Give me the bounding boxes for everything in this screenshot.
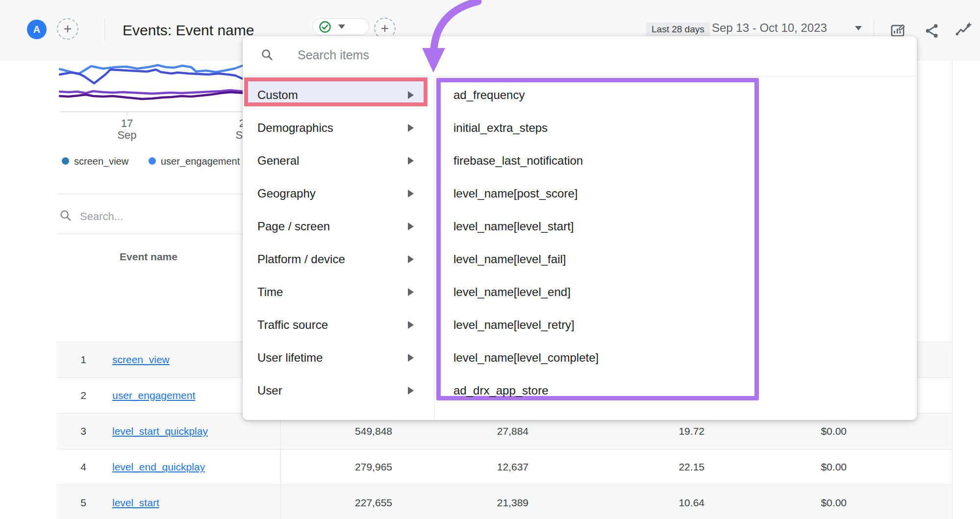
chevron-right-icon xyxy=(408,91,414,99)
green-check-circle-icon xyxy=(319,21,331,33)
legend-dot-user-engagement xyxy=(149,157,156,165)
row-index: 1 xyxy=(56,342,86,377)
custom-item[interactable]: level_name[post_score] xyxy=(453,177,650,210)
divider xyxy=(56,194,243,194)
event-link[interactable]: level_start_quickplay xyxy=(112,425,208,437)
category-label: Traffic source xyxy=(257,308,328,341)
chevron-right-icon xyxy=(408,387,414,395)
category-time[interactable]: Time xyxy=(243,275,434,308)
metric-count-per-user: 10.64 xyxy=(678,485,704,519)
column-header-event-name[interactable]: Event name xyxy=(87,251,210,263)
chevron-right-icon xyxy=(408,124,414,132)
row-index: 4 xyxy=(56,449,86,485)
chevron-right-icon xyxy=(408,321,414,329)
custom-item[interactable]: ad_frequency xyxy=(453,78,650,111)
metric-total-users: 21,389 xyxy=(497,485,528,519)
x-axis-tick-day: 17 xyxy=(112,118,142,129)
table-search-input[interactable]: Search... xyxy=(80,210,123,223)
category-platform-device[interactable]: Platform / device xyxy=(243,243,434,275)
ga4-events-report: A + Events: Event name + Last 28 days Se… xyxy=(0,0,980,519)
category-geography[interactable]: Geography xyxy=(243,177,434,210)
divider xyxy=(56,234,243,234)
category-traffic-source[interactable]: Traffic source xyxy=(243,308,434,341)
metric-event-count: 227,655 xyxy=(355,485,392,519)
table-row: 4 level_end_quickplay 279,965 12,637 22.… xyxy=(56,449,952,485)
chevron-down-icon[interactable] xyxy=(855,26,862,30)
custom-item[interactable]: level_name[level_complete] xyxy=(453,341,650,374)
metric-revenue: $0.00 xyxy=(821,449,847,485)
legend-label[interactable]: screen_view xyxy=(74,156,128,167)
category-label: Geography xyxy=(257,177,316,210)
category-user[interactable]: User xyxy=(243,374,434,407)
column-divider xyxy=(434,76,435,420)
add-comparison-button[interactable]: + xyxy=(57,18,78,40)
page-title: Events: Event name xyxy=(123,22,254,39)
custom-item[interactable]: level_name[level_fail] xyxy=(453,243,650,275)
custom-item[interactable]: ad_drx_app_store xyxy=(453,374,650,407)
dimension-picker-panel: Search items Custom Demographics General… xyxy=(243,36,917,420)
date-range-badge: Last 28 days xyxy=(646,23,710,36)
metric-revenue: $0.00 xyxy=(821,485,847,519)
category-label: Demographics xyxy=(257,111,333,144)
x-axis-tick-month: Sep xyxy=(112,129,142,141)
chevron-right-icon xyxy=(408,222,414,230)
category-label: User xyxy=(257,374,282,407)
category-label: General xyxy=(257,144,299,177)
legend-label[interactable]: user_engagement xyxy=(161,156,240,167)
category-general[interactable]: General xyxy=(243,144,434,177)
insights-icon[interactable] xyxy=(955,22,972,38)
custom-item[interactable]: firebase_last_notification xyxy=(453,144,650,177)
metric-total-users: 12,637 xyxy=(497,449,528,485)
chevron-down-icon xyxy=(338,25,345,29)
category-user-lifetime[interactable]: User lifetime xyxy=(243,341,434,374)
row-index: 2 xyxy=(56,378,86,413)
divider xyxy=(104,19,105,41)
category-label: Platform / device xyxy=(257,243,345,275)
category-label: Custom xyxy=(257,78,298,111)
event-link[interactable]: level_end_quickplay xyxy=(112,461,205,472)
event-link[interactable]: level_start xyxy=(112,497,159,508)
custom-item[interactable]: initial_extra_steps xyxy=(453,111,650,144)
event-link[interactable]: screen_view xyxy=(112,354,170,365)
divider xyxy=(243,76,917,76)
chevron-right-icon xyxy=(408,157,414,165)
search-icon xyxy=(59,209,73,222)
metric-count-per-user: 22.15 xyxy=(678,449,704,485)
custom-item[interactable]: level_name[level_retry] xyxy=(453,308,650,341)
custom-item[interactable]: level_name[level_start] xyxy=(453,210,650,243)
dimension-chip[interactable] xyxy=(312,18,369,35)
chevron-right-icon xyxy=(408,255,414,263)
metric-event-count: 279,965 xyxy=(355,449,392,485)
custom-item[interactable]: level_name[level_end] xyxy=(453,275,650,308)
category-custom[interactable]: Custom xyxy=(243,78,434,111)
category-label: Time xyxy=(257,275,283,308)
category-demographics[interactable]: Demographics xyxy=(243,111,434,144)
table-row: 5 level_start 227,655 21,389 10.64 $0.00 xyxy=(56,485,952,519)
category-label: Page / screen xyxy=(257,210,330,243)
chevron-right-icon xyxy=(408,354,414,362)
search-icon xyxy=(260,48,274,62)
event-link[interactable]: user_engagement xyxy=(112,390,195,401)
share-icon[interactable] xyxy=(924,23,940,39)
row-index: 5 xyxy=(56,485,86,519)
dimension-search-input[interactable]: Search items xyxy=(298,48,369,62)
row-index: 3 xyxy=(56,414,86,449)
avatar[interactable]: A xyxy=(27,20,47,39)
legend-dot-screen-view xyxy=(62,157,69,165)
category-page-screen[interactable]: Page / screen xyxy=(243,210,434,243)
category-label: User lifetime xyxy=(257,341,323,374)
chevron-right-icon xyxy=(408,288,414,296)
table-right-border xyxy=(952,60,953,519)
date-range-selector[interactable]: Sep 13 - Oct 10, 2023 xyxy=(712,22,827,34)
chevron-right-icon xyxy=(408,190,414,198)
